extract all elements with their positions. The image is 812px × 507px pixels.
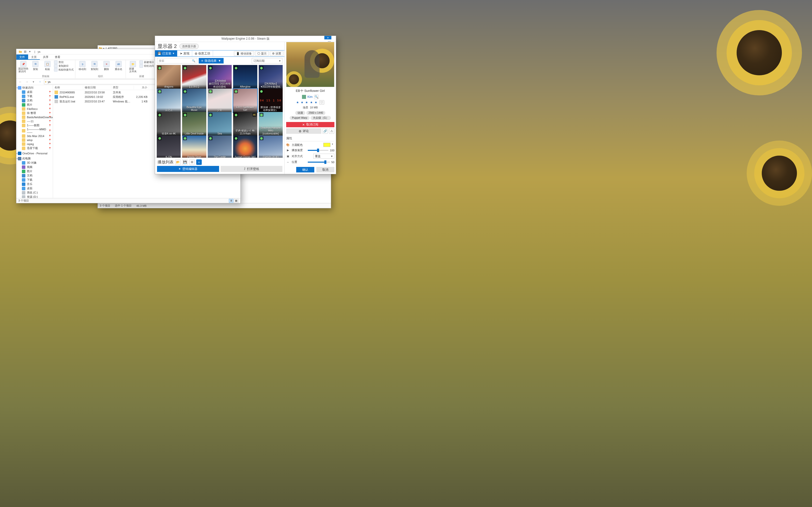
tab-discover[interactable]: ➤发现 [177,50,192,56]
paste-button[interactable]: 📋粘贴 [42,60,53,71]
sidebar-quickaccess[interactable]: ▾快速访问 [16,86,53,90]
view-details-button[interactable]: ≣ [229,199,234,203]
wallpaper-tile[interactable]: ⬤【2K/bilibili娘/2233】2021年年终总结壁纸 [207,65,232,89]
sidebar-item[interactable]: 下载📍 [16,94,53,98]
col-type[interactable]: 类型 [111,86,134,89]
search-input[interactable]: 搜索🔍 [157,58,197,63]
sidebar-onedrive[interactable]: ▸OneDrive - Personal [16,151,53,155]
share-button[interactable]: 🔗 [322,128,328,134]
wallpaper-tile[interactable]: ⬤Panda Store [182,135,206,158]
tag[interactable]: Puppet Warp [290,116,309,120]
sidebar-item[interactable]: 桌面 [16,186,53,190]
sidebar-thispc[interactable]: ▾此电脑 [16,156,53,161]
settings-button[interactable]: ⚙设置 [270,51,284,56]
pin-button[interactable]: 📌固定到快 速访问 [18,60,29,73]
wallpaper-tile[interactable]: ⬤【王牙灯】 [182,65,206,89]
qat-dropdown-icon[interactable]: ▾ [28,50,32,54]
sidebar-item[interactable]: ----11📍 [16,119,53,123]
view-icons-button[interactable]: ▦ [234,199,239,203]
playlist-settings-button[interactable]: ⚙ [189,159,195,165]
rename-button[interactable]: ab重命名 [113,60,124,71]
tag[interactable]: 动漫 [295,111,305,115]
rating[interactable]: ★ ★ ★ ★ ★ ♡ [286,100,335,105]
sidebar-item[interactable]: BaiduNetdiskDownload📍 [16,115,53,119]
tab-share[interactable]: 共享 [40,54,52,60]
col-name[interactable]: 名称 [53,86,83,89]
col-date[interactable]: 修改日期 [83,86,111,89]
tag[interactable]: 2560 x 1440 [306,111,325,115]
sidebar-item[interactable]: 3D 对象 [16,161,53,165]
align-select[interactable]: 覆盖▾ [313,154,335,159]
filter-button[interactable]: ≡筛选结果▼ [199,58,223,63]
ok-button[interactable]: 确认 [296,167,314,172]
sidebar-item[interactable]: 文档📍 [16,98,53,103]
easyaccess-button[interactable]: 轻松访问 ▾ [140,64,156,68]
tab-workshop[interactable]: ◍创意工坊 [192,50,213,56]
sidebar-item[interactable]: 资源 (D:) [16,195,53,198]
author-search-button[interactable]: 🔍 [314,95,318,99]
copy-button[interactable]: ⧉复制 [30,60,41,71]
sort-select[interactable]: 订阅日期▾ [252,58,283,63]
qat-properties-icon[interactable]: ▧ [23,50,27,54]
recent-button[interactable]: ▾ [31,79,36,84]
cut-button[interactable]: 剪切 [54,60,73,64]
col-size[interactable]: 大小 [134,86,149,89]
moveto-button[interactable]: ➲移动到 [77,60,88,71]
wallpaper-tile[interactable]: ⬤少女 [207,88,232,113]
sidebar[interactable]: ▾快速访问 桌面📍下载📍文档📍图片📍FileRecv📍待 整理📍BaiduNet… [16,85,53,198]
mobile-button[interactable]: 📱移动设备 [234,51,254,56]
sidebar-item[interactable]: 待 整理📍 [16,111,53,115]
titlebar[interactable]: Wallpaper Engine 2.0.98 - Steam 版 » — ▢ … [155,36,336,42]
sidebar-item[interactable]: 1——散图📍 [16,123,53,127]
wallpaper-tile[interactable]: ⬤dragons [156,65,181,89]
wallpaper-tile[interactable]: ⬤Little Devil Inside [182,112,206,136]
wallpaper-tile[interactable]: ⬤4KEVA 绫波レイ 4k 21:9 Rain [233,112,257,136]
newfolder-button[interactable]: 📁新建 文件夹 [128,60,139,73]
sidebar-item[interactable]: 文档 [16,173,53,178]
display-button[interactable]: 🖵显示 [255,51,269,56]
wallpaper-tile[interactable]: ⬤Friends (友達) [258,135,283,158]
copypath-button[interactable]: 复制路径 [54,64,73,68]
wallpaper-tile[interactable]: ⬤Beautiful Epic Music [182,88,206,113]
sidebar-item[interactable]: 图片📍 [16,103,53,107]
editor-button[interactable]: ✶壁纸编辑器 [157,166,219,172]
speed-slider[interactable] [308,150,328,151]
delete-button[interactable]: ✕删除 [101,60,112,71]
newitem-button[interactable]: 新建项目 ▾ [140,60,156,64]
tag[interactable]: 大众级（G） [310,116,331,120]
wallpaper-tile[interactable]: ⬤Shaohua Hatsune Miku [customizable] [258,112,283,136]
sidebar-item[interactable]: 1————MMD——📍 [16,127,53,134]
sidebar-item[interactable]: repkg📍 [16,142,53,146]
wallpaper-tile[interactable]: ⬤Sunset Ocean [4K] [233,135,257,158]
sidebar-item[interactable]: 音乐 [16,182,53,186]
sidebar-item[interactable]: wlop📍 [16,138,53,142]
wallpaper-tile[interactable]: ⬤Afterglow [233,65,257,89]
report-button[interactable]: ⚠ [329,128,335,134]
forward-button[interactable]: → [24,79,30,84]
sidebar-item[interactable]: FileRecv📍 [16,107,53,111]
comments-button[interactable]: ◍评论 [286,128,321,134]
author-link[interactable]: Kim [307,95,313,99]
playlist-save-button[interactable]: 💾 [182,159,188,165]
wallpaper-tile[interactable]: ⬤Sea [207,112,232,136]
sidebar-item[interactable]: 桌面📍 [16,90,53,94]
sidebar-item[interactable]: 迅雷下载📍 [16,146,53,150]
tab-installed[interactable]: 💾已安装▼ [155,50,177,56]
sidebar-item[interactable]: 3ds Max 2014📍 [16,134,53,138]
wallpaper-tile[interactable]: ⬤轻音K-on 4K [156,112,181,136]
wallpaper-tile[interactable]: ⬤EB十 Sunflower Girl [233,88,257,113]
copyto-button[interactable]: ⧉复制到 [89,60,100,71]
cancel-button[interactable]: 取消 [316,167,335,172]
playlist-open-button[interactable]: 📂 [175,159,181,165]
sidebar-item[interactable]: 下载 [16,178,53,182]
choose-monitor-button[interactable]: 选择显示器 [180,44,199,49]
openwp-button[interactable]: ⤴打开壁纸 [220,166,283,172]
wallpaper-tile[interactable]: ⬤K-ON [156,135,181,158]
tab-home[interactable]: 主页 [28,54,40,60]
up-button[interactable]: ↑ [38,79,43,84]
sidebar-item[interactable]: 视频 [16,165,53,169]
wallpaper-tile[interactable]: ⬤辉光钟（世界线变动率探测仪） [258,88,283,113]
sidebar-item[interactable]: 图片 [16,169,53,173]
favorite-button[interactable]: ♡ [319,100,324,105]
color-swatch[interactable] [323,143,331,147]
